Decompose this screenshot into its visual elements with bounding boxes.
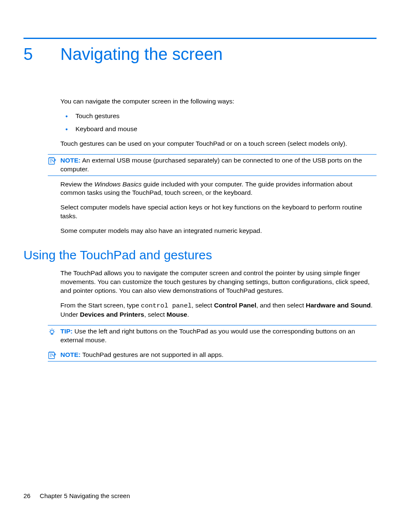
svg-point-1 <box>50 330 54 333</box>
chapter-title: Navigating the screen <box>60 45 223 64</box>
chapter-number: 5 <box>23 45 60 64</box>
note-callout-2: NOTE: TouchPad gestures are not supporte… <box>48 349 377 362</box>
some-paragraph: Some computer models may also have an in… <box>60 227 377 235</box>
tip-callout: TIP: Use the left and right buttons on t… <box>48 325 377 346</box>
page-number: 26 <box>23 492 31 499</box>
review-paragraph: Review the Windows Basics guide included… <box>60 180 377 198</box>
tip-icon <box>48 327 60 336</box>
touchpad-paragraph: The TouchPad allows you to navigate the … <box>60 269 377 295</box>
note-icon <box>48 156 60 165</box>
intro-block: You can navigate the computer screen in … <box>60 97 377 148</box>
note-text: TouchPad gestures are not supported in a… <box>82 351 223 358</box>
note-text: An external USB mouse (purchased separat… <box>60 157 362 173</box>
page-footer: 26 Chapter 5 Navigating the screen <box>23 492 130 499</box>
footer-text: Chapter 5 Navigating the screen <box>40 492 130 499</box>
list-item: Keyboard and mouse <box>60 125 377 134</box>
touch-paragraph: Touch gestures can be used on your compu… <box>60 139 377 148</box>
list-item: Touch gestures <box>60 112 377 121</box>
mid-block: Review the Windows Basics guide included… <box>60 180 377 236</box>
section-heading: Using the TouchPad and gestures <box>23 248 377 262</box>
start-paragraph: From the Start screen, type control pane… <box>60 301 377 319</box>
note-icon <box>48 351 60 359</box>
top-rule <box>23 38 377 39</box>
tip-text: Use the left and right buttons on the To… <box>60 328 355 343</box>
note-callout: NOTE: An external USB mouse (purchased s… <box>48 154 377 176</box>
tip-label: TIP: <box>60 328 73 335</box>
chapter-header: 5 Navigating the screen <box>23 45 377 64</box>
note-label: NOTE: <box>60 351 81 358</box>
note-label: NOTE: <box>60 157 81 164</box>
section-block: The TouchPad allows you to navigate the … <box>60 269 377 319</box>
bullet-list: Touch gestures Keyboard and mouse <box>60 112 377 134</box>
intro-text: You can navigate the computer screen in … <box>60 97 377 106</box>
select-paragraph: Select computer models have special acti… <box>60 203 377 221</box>
